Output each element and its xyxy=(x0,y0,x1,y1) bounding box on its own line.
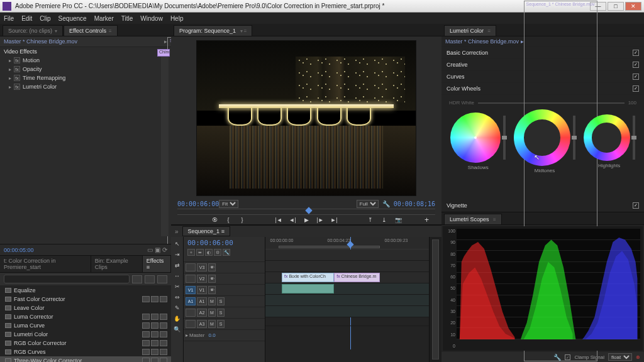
checkbox-icon[interactable]: ✓ xyxy=(633,62,639,68)
effects-item[interactable]: Fast Color Corrector xyxy=(0,295,171,304)
step-back-button[interactable]: ◄| xyxy=(287,216,297,224)
scopes-target-icon[interactable]: ⊗ xyxy=(636,354,640,360)
tl-dropdown-icon[interactable]: » xyxy=(175,228,179,235)
toggle-output-button[interactable]: 👁 xyxy=(208,263,216,272)
lift-button[interactable]: ⤒ xyxy=(365,216,375,224)
solo-button[interactable]: S xyxy=(217,309,225,317)
checkbox-icon[interactable]: ✓ xyxy=(633,50,639,56)
fx-motion[interactable]: ▸fxMotion xyxy=(0,56,171,65)
track-head-master[interactable]: ▸ Master0.0 xyxy=(184,330,265,341)
track-select-tool[interactable]: ⇥ xyxy=(173,250,182,259)
timeline-tc[interactable]: 00:00:06:00 xyxy=(187,239,261,247)
program-monitor[interactable] xyxy=(196,40,416,196)
tl-opt-settings[interactable]: ⚙ xyxy=(214,249,221,256)
target-patch[interactable]: V3 xyxy=(197,263,207,272)
tl-opt-link[interactable]: ⬌ xyxy=(196,249,204,256)
fx-opacity[interactable]: ▸fxOpacity xyxy=(0,65,171,74)
source-patch[interactable]: V1 xyxy=(186,286,196,294)
window-maximize[interactable]: □ xyxy=(608,2,624,11)
track-master[interactable] xyxy=(265,317,429,326)
checkbox-icon[interactable]: ✓ xyxy=(633,202,639,209)
track-head-a3[interactable]: A3MS xyxy=(184,319,265,330)
track-a1[interactable] xyxy=(265,283,429,295)
tab-lumetri-color[interactable]: Lumetri Color ≡ xyxy=(444,25,496,36)
crumb-project[interactable]: t: Color Correction in Premiere_start xyxy=(0,256,91,272)
timeline-ruler[interactable]: 00:00:00:00 00:00:04:23 00:00:09:23 xyxy=(265,237,429,250)
tl-opt-snap[interactable]: ⌖ xyxy=(187,249,195,256)
extract-button[interactable]: ⤓ xyxy=(379,216,389,224)
track-v1[interactable]: fx Bode with ColorCh fx Chinese Bridge.m xyxy=(265,272,429,283)
effects-search-input[interactable] xyxy=(4,275,130,283)
selection-tool[interactable]: ↖ xyxy=(173,239,182,248)
shadows-luma-slider[interactable] xyxy=(503,116,506,160)
rate-tool[interactable]: ↔ xyxy=(173,272,182,280)
tab-source[interactable]: Source: (no clips)▾ xyxy=(3,25,63,36)
track-head-v1[interactable]: V1V1👁 xyxy=(184,285,265,296)
hand-tool[interactable]: ✋ xyxy=(173,314,182,323)
menu-marker[interactable]: Marker xyxy=(94,15,114,22)
shadows-wheel[interactable] xyxy=(450,112,501,163)
settings-icon[interactable]: 🔧 xyxy=(382,200,390,207)
track-v3[interactable] xyxy=(265,250,429,261)
step-forward-button[interactable]: |► xyxy=(315,216,325,224)
razor-tool[interactable]: ✂ xyxy=(173,282,182,291)
track-a2[interactable] xyxy=(265,295,429,306)
zoom-tool[interactable]: 🔍 xyxy=(173,325,182,334)
solo-button[interactable]: S xyxy=(217,320,225,328)
program-zoom-select[interactable]: Fit xyxy=(219,200,238,208)
checkbox-icon[interactable]: ✓ xyxy=(633,85,639,92)
goto-in-button[interactable]: |◄ xyxy=(274,216,284,224)
effects-item[interactable]: Lumetri Color xyxy=(0,330,171,339)
ec-clip-block[interactable]: Chines xyxy=(157,49,170,57)
effects-item[interactable]: Leave Color xyxy=(0,304,171,312)
effects-filter-32bit[interactable] xyxy=(145,275,155,283)
effects-item[interactable]: Luma Corrector xyxy=(0,312,171,321)
program-tc-current[interactable]: 00:00:06:00 xyxy=(177,200,219,207)
track-head-a1[interactable]: A1A1MS xyxy=(184,296,265,307)
source-patch[interactable] xyxy=(186,275,196,283)
mute-button[interactable]: M xyxy=(208,309,216,317)
track-v2[interactable] xyxy=(265,261,429,272)
track-head-v2[interactable]: V2👁 xyxy=(184,273,265,285)
midtones-luma-slider[interactable] xyxy=(573,116,575,160)
effects-filter-yuv[interactable] xyxy=(157,275,167,283)
add-marker-button[interactable]: ⦿ xyxy=(209,216,219,224)
goto-out-button[interactable]: ►| xyxy=(329,216,339,224)
source-patch[interactable] xyxy=(186,309,196,317)
highlights-wheel[interactable] xyxy=(584,114,630,161)
slip-tool[interactable]: ⇔ xyxy=(173,293,182,302)
tl-opt-marker[interactable]: ◐ xyxy=(205,249,213,256)
toggle-output-button[interactable]: 👁 xyxy=(208,275,216,283)
window-close[interactable]: ✕ xyxy=(625,2,641,11)
menu-clip[interactable]: Clip xyxy=(40,15,50,22)
solo-button[interactable]: S xyxy=(217,297,225,305)
midtones-wheel[interactable] xyxy=(514,109,570,166)
clip-bridge[interactable]: fx Chinese Bridge.m xyxy=(334,273,380,282)
mute-button[interactable]: M xyxy=(208,320,216,328)
target-patch[interactable]: V2 xyxy=(197,275,207,283)
source-patch[interactable] xyxy=(186,320,196,328)
target-patch[interactable]: A1 xyxy=(197,297,207,305)
program-resolution-select[interactable]: Full xyxy=(357,200,379,208)
button-editor[interactable]: + xyxy=(425,216,429,224)
source-patch[interactable]: A1 xyxy=(186,297,196,305)
play-button[interactable]: ▶ xyxy=(301,216,311,224)
fx-time-remapping[interactable]: ▸fxTime Remapping xyxy=(0,74,171,82)
toggle-output-button[interactable]: 👁 xyxy=(208,286,216,294)
target-patch[interactable]: A2 xyxy=(197,309,207,317)
highlights-luma-slider[interactable] xyxy=(633,116,635,160)
ripple-tool[interactable]: ⇄ xyxy=(173,261,182,270)
ec-loop-icon[interactable]: ⟳ xyxy=(162,246,167,253)
pen-tool[interactable]: ✎ xyxy=(173,304,182,312)
clip-audio-bode[interactable] xyxy=(282,284,334,293)
tab-lumetri-scopes[interactable]: Lumetri Scopes ≡ xyxy=(444,214,502,224)
scopes-mode-select[interactable]: float xyxy=(608,353,632,361)
source-patch[interactable] xyxy=(186,263,196,272)
program-scrubber[interactable] xyxy=(177,209,435,215)
effects-item[interactable]: RGB Color Corrector xyxy=(0,339,171,348)
export-frame-button[interactable]: 📷 xyxy=(393,216,403,224)
target-patch[interactable]: A3 xyxy=(197,320,207,328)
timeline-tracks-area[interactable]: 00:00:00:00 00:00:04:23 00:00:09:23 fx B… xyxy=(265,237,429,362)
effects-item[interactable]: RGB Curves xyxy=(0,348,171,356)
menu-help[interactable]: Help xyxy=(170,15,184,22)
